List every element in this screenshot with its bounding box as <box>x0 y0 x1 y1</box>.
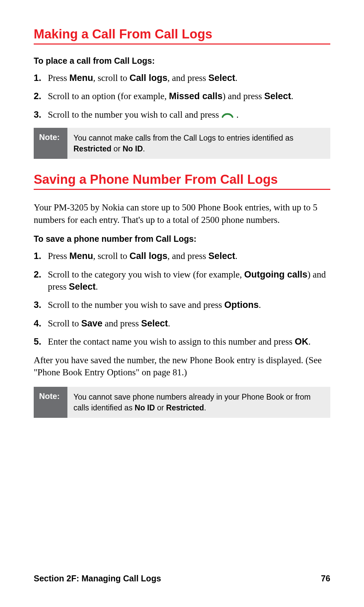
after-save-paragraph: After you have saved the number, the new… <box>34 354 330 379</box>
step-item: Scroll to the number you wish to save an… <box>48 299 330 311</box>
step-text: Scroll to an option (for example, <box>48 91 169 101</box>
page-footer: Section 2F: Managing Call Logs 76 <box>34 574 330 583</box>
restricted-label: Restricted <box>166 403 204 412</box>
step-text: Scroll to <box>48 318 81 328</box>
step-text: Scroll to the number you wish to call an… <box>48 110 221 120</box>
footer-page-number: 76 <box>321 574 330 583</box>
heading-making-call: Making a Call From Call Logs <box>34 27 330 45</box>
save-label: Save <box>81 318 102 328</box>
step-text: Press <box>48 251 69 261</box>
note-text: . <box>143 144 145 153</box>
steps-place-call: Press Menu, scroll to Call logs, and pre… <box>34 72 330 122</box>
step-text: . <box>235 73 238 83</box>
step-item: Scroll to Save and press Select. <box>48 317 330 329</box>
subhead-place-call: To place a call from Call Logs: <box>34 56 330 66</box>
step-text: . <box>234 110 239 120</box>
no-id-label: No ID <box>123 144 143 153</box>
step-text: Enter the contact name you wish to assig… <box>48 337 295 347</box>
step-text: , and press <box>168 73 208 83</box>
select-label: Select <box>208 251 235 261</box>
step-text: Scroll to the category you wish to view … <box>48 269 244 280</box>
step-text: Press <box>48 73 69 83</box>
step-text: . <box>168 318 170 328</box>
note-box-no-save: Note: You cannot save phone numbers alre… <box>34 387 330 418</box>
note-label: Note: <box>34 128 67 159</box>
call-key-icon <box>222 109 233 121</box>
call-logs-label: Call logs <box>129 251 168 261</box>
step-text: ) and press <box>222 91 264 101</box>
step-item: Press Menu, scroll to Call logs, and pre… <box>48 250 330 262</box>
select-label: Select <box>208 73 235 83</box>
note-text: . <box>204 403 206 412</box>
call-logs-label: Call logs <box>129 73 168 83</box>
footer-section-title: Section 2F: Managing Call Logs <box>34 574 161 583</box>
step-text: . <box>291 91 294 101</box>
select-label: Select <box>69 282 96 292</box>
note-label: Note: <box>34 387 67 418</box>
note-text: or <box>111 144 122 153</box>
step-text: , scroll to <box>93 251 129 261</box>
note-text: or <box>155 403 166 412</box>
step-item: Scroll to the category you wish to view … <box>48 268 330 293</box>
step-text: . <box>308 337 311 347</box>
step-text: . <box>235 251 238 261</box>
step-text: . <box>96 282 98 292</box>
select-label: Select <box>264 91 291 101</box>
step-item: Press Menu, scroll to Call logs, and pre… <box>48 72 330 84</box>
steps-save-number: Press Menu, scroll to Call logs, and pre… <box>34 250 330 348</box>
menu-label: Menu <box>69 73 93 83</box>
step-text: and press <box>102 318 141 328</box>
note-body: You cannot make calls from the Call Logs… <box>67 128 330 159</box>
step-text: Scroll to the number you wish to save an… <box>48 300 224 310</box>
step-item: Scroll to an option (for example, Missed… <box>48 90 330 102</box>
step-text: , and press <box>168 251 208 261</box>
heading-saving-number: Saving a Phone Number From Call Logs <box>34 172 330 190</box>
step-item: Enter the contact name you wish to assig… <box>48 336 330 348</box>
restricted-label: Restricted <box>73 144 111 153</box>
step-item: Scroll to the number you wish to call an… <box>48 109 330 122</box>
intro-paragraph: Your PM-3205 by Nokia can store up to 50… <box>34 201 330 226</box>
ok-label: OK <box>295 337 309 347</box>
missed-calls-label: Missed calls <box>169 91 222 101</box>
note-text: You cannot make calls from the Call Logs… <box>73 134 293 142</box>
no-id-label: No ID <box>135 403 155 412</box>
outgoing-calls-label: Outgoing calls <box>244 269 308 280</box>
menu-label: Menu <box>69 251 93 261</box>
step-text: , scroll to <box>93 73 129 83</box>
select-label: Select <box>141 318 168 328</box>
options-label: Options <box>224 300 259 310</box>
note-body: You cannot save phone numbers already in… <box>67 387 330 418</box>
step-text: . <box>259 300 261 310</box>
subhead-save-number: To save a phone number from Call Logs: <box>34 234 330 244</box>
page-content: Making a Call From Call Logs To place a … <box>0 0 364 418</box>
note-box-restricted-call: Note: You cannot make calls from the Cal… <box>34 128 330 159</box>
